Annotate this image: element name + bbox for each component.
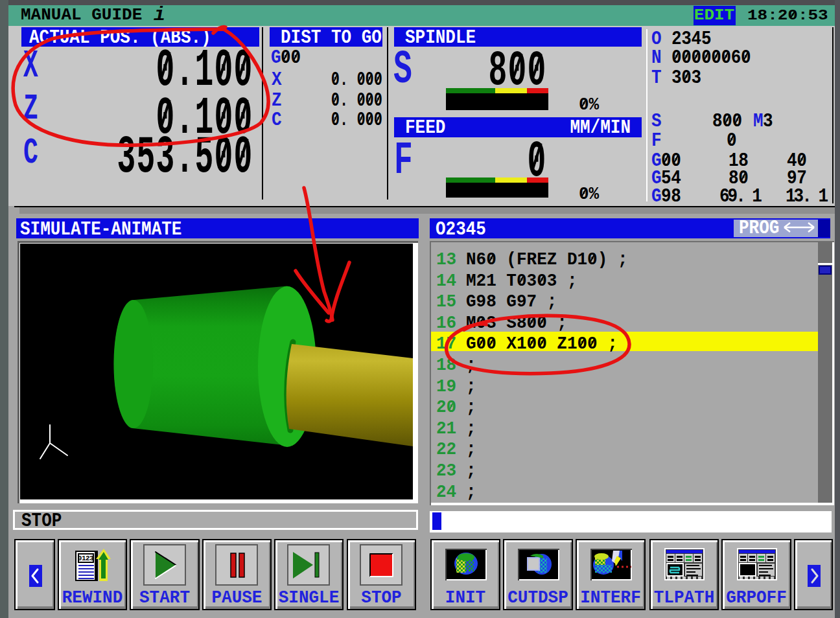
svg-text:16: 16 — [436, 313, 456, 333]
svg-text:2345: 2345 — [671, 29, 711, 50]
svg-text:;: ; — [466, 461, 476, 481]
svg-text:STOP: STOP — [21, 510, 62, 531]
svg-text:i: i — [154, 4, 165, 26]
svg-text:00: 00 — [281, 47, 301, 68]
svg-text:;: ; — [466, 355, 476, 375]
svg-text:EDIT: EDIT — [694, 6, 734, 25]
svg-text:5: 5 — [195, 128, 214, 188]
svg-text:19: 19 — [436, 376, 456, 396]
svg-text:18: 18 — [436, 355, 456, 375]
svg-text:0: 0 — [234, 128, 253, 188]
svg-text:SPINDLE: SPINDLE — [405, 27, 476, 48]
svg-text:CUTDSP: CUTDSP — [508, 588, 568, 608]
svg-text:G: G — [271, 47, 281, 68]
svg-text:3: 3 — [117, 128, 136, 188]
svg-text:F: F — [651, 130, 661, 152]
svg-text:18:20:53: 18:20:53 — [747, 7, 828, 23]
svg-text:;: ; — [466, 482, 476, 502]
svg-text:PAUSE: PAUSE — [212, 588, 262, 608]
svg-text:TLPATH: TLPATH — [654, 588, 715, 608]
svg-text:15: 15 — [436, 292, 456, 312]
svg-text:SIMULATE-ANIMATE: SIMULATE-ANIMATE — [20, 218, 181, 240]
svg-text:.: . — [176, 128, 194, 188]
svg-text:69. 1: 69. 1 — [719, 186, 762, 207]
svg-text:20: 20 — [436, 398, 456, 418]
svg-text:303: 303 — [671, 67, 701, 89]
svg-text:G98 G97 ;: G98 G97 ; — [466, 292, 557, 312]
svg-text:00000060: 00000060 — [671, 47, 751, 69]
svg-text:G: G — [651, 186, 661, 207]
svg-text:0%: 0% — [579, 184, 599, 204]
svg-text:13. 1: 13. 1 — [786, 186, 828, 207]
svg-text:M: M — [753, 111, 763, 132]
svg-text:0. 000: 0. 000 — [331, 109, 382, 131]
svg-text:O2345: O2345 — [436, 218, 486, 240]
svg-text:0. 000: 0. 000 — [331, 90, 382, 111]
svg-text:S: S — [651, 111, 661, 132]
svg-text:G00 X100 Z100 ;: G00 X100 Z100 ; — [466, 334, 618, 354]
svg-text:98: 98 — [661, 186, 681, 207]
svg-text:M21 T0303 ;: M21 T0303 ; — [466, 271, 578, 291]
svg-text:5: 5 — [137, 128, 156, 188]
svg-text:C: C — [23, 133, 38, 174]
svg-text:0: 0 — [727, 130, 736, 152]
svg-text:SINGLE: SINGLE — [279, 588, 340, 608]
svg-text:24: 24 — [436, 482, 456, 502]
svg-text:T: T — [651, 67, 661, 89]
svg-text:GRPOFF: GRPOFF — [726, 588, 787, 608]
svg-text:;: ; — [466, 440, 476, 460]
svg-text:MM/MIN: MM/MIN — [570, 117, 631, 138]
svg-text:14: 14 — [436, 271, 456, 291]
svg-text:3: 3 — [763, 111, 773, 132]
svg-text:DIST TO GO: DIST TO GO — [281, 27, 382, 48]
svg-text:23: 23 — [436, 461, 456, 481]
svg-text:INIT: INIT — [445, 588, 485, 608]
svg-text:Z: Z — [272, 89, 282, 111]
svg-text:;: ; — [466, 418, 476, 439]
svg-text:0. 000: 0. 000 — [331, 69, 382, 91]
svg-text:STOP: STOP — [361, 588, 401, 608]
svg-text:O: O — [651, 29, 661, 50]
svg-text:13: 13 — [436, 249, 456, 269]
svg-text:0123: 0123 — [78, 555, 94, 562]
svg-text:PROG: PROG — [739, 218, 779, 238]
svg-text:800: 800 — [712, 111, 742, 132]
svg-text:INTERF: INTERF — [580, 588, 641, 608]
svg-text:MANUAL GUIDE: MANUAL GUIDE — [21, 5, 142, 25]
svg-text:F: F — [394, 135, 413, 187]
svg-text:S: S — [393, 43, 412, 96]
svg-text:3: 3 — [156, 128, 175, 188]
svg-text:N: N — [651, 47, 661, 69]
svg-text:22: 22 — [436, 440, 456, 460]
svg-text:21: 21 — [436, 418, 456, 439]
svg-text:C: C — [272, 109, 282, 130]
svg-text:START: START — [139, 588, 190, 608]
svg-text:REWIND: REWIND — [62, 588, 123, 608]
svg-text:;: ; — [466, 376, 476, 396]
svg-text:0%: 0% — [579, 95, 599, 115]
svg-text:X: X — [272, 69, 282, 90]
svg-text:;: ; — [466, 398, 476, 418]
